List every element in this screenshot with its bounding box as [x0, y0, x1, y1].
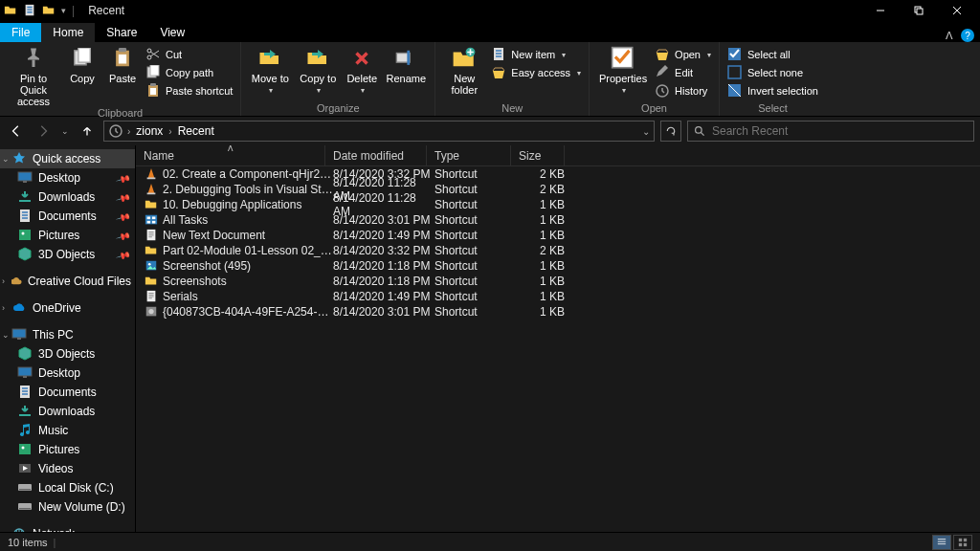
properties-button[interactable]: Properties▾ [595, 44, 651, 95]
tab-file[interactable]: File [0, 23, 41, 42]
tab-home[interactable]: Home [41, 23, 95, 42]
expand-icon[interactable]: › [2, 276, 5, 286]
onedrive-icon [11, 301, 27, 315]
collapse-ribbon-icon[interactable]: ᐱ [946, 30, 953, 42]
thumbnails-view-button[interactable] [953, 535, 972, 550]
documents-icon [17, 209, 33, 223]
easy-access-button[interactable]: Easy access▾ [489, 64, 583, 81]
crumb-sep-icon[interactable]: › [168, 126, 171, 137]
expand-icon[interactable]: ⌄ [2, 330, 10, 340]
col-name[interactable]: Nameᐱ [136, 145, 325, 165]
edit-button[interactable]: Edit [653, 64, 713, 81]
nav-tp-3d[interactable]: 3D Objects [0, 344, 135, 364]
tab-view[interactable]: View [148, 23, 196, 42]
invert-selection-icon [727, 83, 743, 99]
status-count: 10 items [8, 537, 48, 548]
up-button[interactable] [77, 121, 98, 142]
file-row[interactable]: Screenshots8/14/2020 1:18 PMShortcut1 KB [136, 274, 980, 289]
file-type: Shortcut [434, 198, 519, 211]
nav-tp-desktop[interactable]: Desktop [0, 364, 135, 383]
help-icon[interactable]: ? [961, 29, 974, 42]
nav-tp-videos[interactable]: Videos [0, 459, 135, 478]
crumb-2[interactable]: Recent [176, 124, 216, 138]
copy-to-button[interactable]: Copy to▾ [295, 44, 341, 95]
maximize-button[interactable] [900, 0, 938, 21]
nav-onedrive[interactable]: ›OneDrive [0, 298, 135, 318]
objects-3d-icon [17, 248, 33, 261]
address-dropdown-icon[interactable]: ⌄ [642, 126, 650, 137]
nav-downloads[interactable]: Downloads📌 [0, 187, 135, 207]
nav-tp-music[interactable]: Music [0, 421, 135, 440]
file-icon [144, 183, 159, 196]
invert-selection-button[interactable]: Invert selection [725, 82, 820, 99]
expand-icon[interactable]: ⌄ [2, 154, 10, 164]
nav-documents[interactable]: Documents📌 [0, 207, 135, 226]
select-all-button[interactable]: Select all [725, 46, 820, 63]
file-type: Shortcut [434, 275, 519, 288]
nav-desktop[interactable]: Desktop📌 [0, 168, 135, 187]
refresh-button[interactable] [660, 121, 681, 142]
new-item-button[interactable]: New item▾ [489, 46, 583, 63]
file-type: Shortcut [434, 290, 519, 303]
search-box[interactable] [687, 121, 974, 142]
nav-3d-objects[interactable]: 3D Objects📌 [0, 245, 135, 264]
paste-shortcut-button[interactable]: Paste shortcut [144, 82, 234, 99]
rename-button[interactable]: Rename [383, 44, 429, 84]
minimize-button[interactable] [861, 0, 900, 21]
qat-properties-icon[interactable] [23, 4, 36, 17]
qat-newfolder-icon[interactable] [42, 4, 56, 17]
nav-tp-pictures[interactable]: Pictures [0, 440, 135, 459]
nav-tp-newvol-d[interactable]: New Volume (D:) [0, 497, 135, 517]
nav-quick-access[interactable]: ⌄Quick access [0, 149, 135, 168]
close-button[interactable] [938, 0, 976, 21]
crumb-sep-icon[interactable]: › [127, 126, 130, 137]
breadcrumb-bar[interactable]: › zionx › Recent ⌄ [103, 121, 655, 142]
nav-network[interactable]: ›Network [0, 524, 135, 532]
copy-button[interactable]: Copy [63, 44, 101, 84]
file-row[interactable]: {040873CB-404A-49FE-A254-A9BB9CEFA...8/1… [136, 304, 980, 320]
svg-rect-41 [964, 538, 967, 540]
file-row[interactable]: 10. Debugging Applications8/14/2020 11:2… [136, 197, 980, 212]
move-to-button[interactable]: Move to▾ [247, 44, 293, 95]
file-row[interactable]: Serials8/14/2020 1:49 PMShortcut1 KB [136, 289, 980, 304]
expand-icon[interactable]: › [2, 303, 5, 313]
file-list[interactable]: 02. Create a Component-qHjr2ndg2UA8/14/2… [136, 166, 980, 532]
copy-path-button[interactable]: Copy path [144, 64, 234, 81]
file-row[interactable]: Part 02-Module 01-Lesson 02_Rendering ..… [136, 243, 980, 258]
qat-dropdown-icon[interactable]: ▾ [61, 6, 66, 15]
tab-share[interactable]: Share [95, 23, 148, 42]
history-button[interactable]: History [653, 82, 713, 99]
cut-button[interactable]: Cut [144, 46, 234, 63]
nav-pictures[interactable]: Pictures📌 [0, 226, 135, 245]
nav-creative-cloud[interactable]: ›Creative Cloud Files [0, 272, 135, 291]
file-size: 1 KB [519, 229, 572, 242]
new-folder-button[interactable]: New folder [441, 44, 487, 96]
paste-button[interactable]: Paste [103, 44, 142, 84]
file-name: 10. Debugging Applications [163, 198, 333, 211]
nav-tp-local-c[interactable]: Local Disk (C:) [0, 478, 135, 497]
col-size[interactable]: Size [511, 145, 565, 165]
forward-button[interactable] [33, 121, 54, 142]
file-row[interactable]: New Text Document8/14/2020 1:49 PMShortc… [136, 228, 980, 243]
desktop-icon [17, 171, 33, 185]
details-view-button[interactable] [932, 535, 951, 550]
file-row[interactable]: Screenshot (495)8/14/2020 1:18 PMShortcu… [136, 258, 980, 274]
col-type[interactable]: Type [427, 145, 511, 165]
crumb-1[interactable]: zionx [134, 124, 165, 138]
back-button[interactable] [6, 121, 27, 142]
nav-tp-downloads[interactable]: Downloads [0, 402, 135, 421]
file-row[interactable]: 02. Create a Component-qHjr2ndg2UA8/14/2… [136, 166, 980, 182]
recent-locations-button[interactable]: ⌄ [59, 121, 71, 142]
file-row[interactable]: 2. Debugging Tools in Visual Studio8/14/… [136, 182, 980, 197]
file-name: Screenshot (495) [163, 259, 333, 273]
delete-button[interactable]: Delete▾ [343, 44, 381, 95]
pin-to-quick-access-button[interactable]: Pin to Quick access [6, 44, 61, 107]
select-none-button[interactable]: Select none [725, 64, 820, 81]
nav-this-pc[interactable]: ⌄This PC [0, 325, 135, 344]
nav-tp-documents[interactable]: Documents [0, 383, 135, 402]
file-row[interactable]: All Tasks8/14/2020 3:01 PMShortcut1 KB [136, 212, 980, 228]
search-input[interactable] [712, 124, 968, 138]
col-date[interactable]: Date modified [325, 145, 427, 165]
open-button[interactable]: Open▾ [653, 46, 713, 63]
file-icon [144, 244, 159, 257]
